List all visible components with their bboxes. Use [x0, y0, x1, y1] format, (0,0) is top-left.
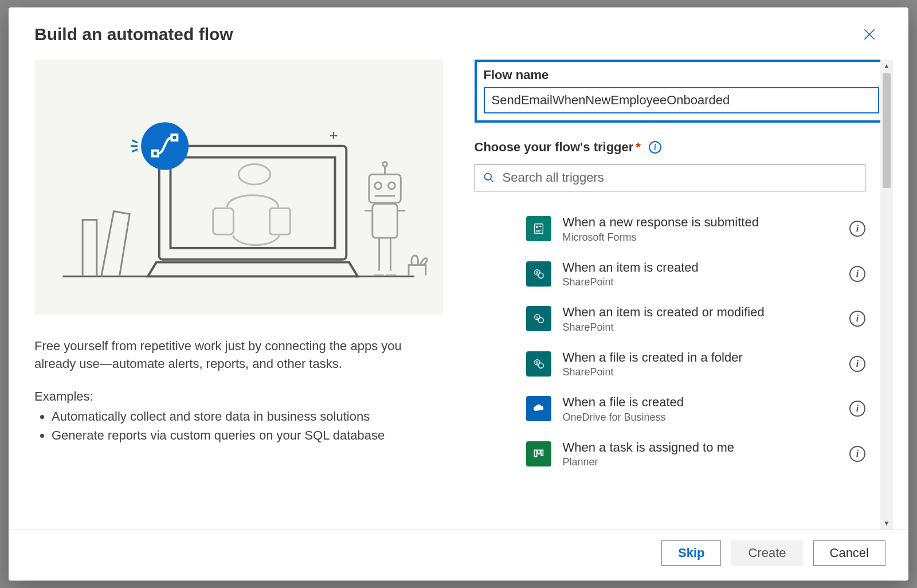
- trigger-info-icon[interactable]: i: [849, 221, 865, 237]
- trigger-subtitle: Microsoft Forms: [563, 232, 838, 244]
- svg-line-11: [132, 150, 138, 152]
- onedrive-icon: [526, 396, 551, 421]
- svg-rect-45: [541, 450, 543, 455]
- examples-label: Examples:: [34, 389, 443, 404]
- sharepoint-icon: S: [526, 306, 551, 331]
- info-icon[interactable]: i: [649, 141, 661, 154]
- svg-rect-6: [270, 209, 291, 235]
- sharepoint-icon: S: [526, 351, 551, 377]
- dialog-body: +: [9, 53, 908, 530]
- svg-point-15: [375, 182, 382, 189]
- trigger-label-row: Choose your flow's trigger* i: [475, 140, 895, 155]
- svg-text:+: +: [330, 127, 338, 143]
- trigger-title: When an item is created: [563, 260, 838, 276]
- left-panel: +: [34, 60, 443, 530]
- svg-rect-4: [171, 158, 335, 248]
- trigger-item-sp-created[interactable]: S When an item is created SharePoint i: [526, 253, 866, 298]
- trigger-text: When a new response is submitted Microso…: [563, 214, 838, 244]
- trigger-title: When a file is created: [563, 394, 838, 410]
- trigger-text: When a file is created in a folder Share…: [563, 350, 838, 379]
- svg-rect-43: [534, 450, 536, 457]
- svg-text:S: S: [535, 315, 538, 320]
- skip-button[interactable]: Skip: [661, 540, 721, 566]
- svg-point-27: [484, 174, 491, 181]
- svg-text:S: S: [535, 270, 538, 275]
- svg-rect-18: [373, 204, 398, 238]
- trigger-search-input[interactable]: [503, 170, 857, 185]
- svg-point-16: [389, 182, 395, 189]
- svg-rect-14: [369, 174, 401, 202]
- dialog-header: Build an automated flow: [9, 7, 908, 53]
- trigger-title: When a task is assigned to me: [563, 440, 838, 456]
- trigger-item-onedrive[interactable]: When a file is created OneDrive for Busi…: [526, 387, 866, 433]
- cancel-button[interactable]: Cancel: [813, 540, 885, 566]
- flow-name-input[interactable]: [484, 87, 880, 113]
- scrollbar[interactable]: ▲ ▼: [880, 60, 893, 530]
- right-panel: Flow name Choose your flow's trigger* i: [475, 60, 895, 530]
- forms-icon: [526, 216, 551, 241]
- example-item: Generate reports via custom queries on y…: [52, 426, 443, 445]
- trigger-subtitle: OneDrive for Business: [563, 411, 838, 424]
- svg-point-38: [538, 317, 543, 323]
- search-icon: [483, 172, 495, 183]
- trigger-info-icon[interactable]: i: [849, 446, 865, 462]
- trigger-subtitle: SharePoint: [563, 322, 838, 334]
- trigger-info-icon[interactable]: i: [849, 401, 865, 417]
- svg-point-35: [538, 273, 543, 278]
- svg-rect-44: [538, 450, 540, 454]
- trigger-title: When a file is created in a folder: [563, 350, 838, 366]
- close-icon: [862, 27, 877, 42]
- trigger-search[interactable]: [475, 164, 866, 191]
- dialog-title: Build an automated flow: [34, 25, 233, 44]
- trigger-item-sp-file-folder[interactable]: S When a file is created in a folder Sha…: [526, 343, 866, 388]
- description-text: Free yourself from repetitive work just …: [34, 338, 443, 373]
- svg-line-10: [132, 140, 138, 143]
- trigger-info-icon[interactable]: i: [849, 266, 865, 282]
- trigger-list: When a new response is submitted Microso…: [475, 207, 895, 530]
- trigger-text: When a task is assigned to me Planner: [563, 440, 838, 469]
- examples-list: Automatically collect and store data in …: [34, 407, 443, 446]
- trigger-item-planner[interactable]: When a task is assigned to me Planner i: [526, 433, 866, 478]
- svg-rect-5: [213, 209, 234, 235]
- trigger-item-forms[interactable]: When a new response is submitted Microso…: [526, 207, 866, 253]
- svg-rect-30: [536, 226, 538, 229]
- dialog-footer: Skip Create Cancel: [9, 530, 908, 581]
- scroll-up-arrow[interactable]: ▲: [880, 60, 893, 72]
- flow-name-label: Flow name: [484, 68, 880, 83]
- trigger-text: When an item is created SharePoint: [563, 260, 838, 289]
- trigger-title: When an item is created or modified: [563, 304, 838, 320]
- example-item: Automatically collect and store data in …: [52, 407, 443, 426]
- illustration: +: [34, 60, 443, 315]
- svg-line-28: [490, 179, 493, 182]
- trigger-title: When a new response is submitted: [563, 214, 838, 230]
- trigger-subtitle: SharePoint: [563, 366, 838, 378]
- trigger-label: Choose your flow's trigger*: [475, 140, 641, 155]
- trigger-info-icon[interactable]: i: [849, 311, 865, 327]
- scroll-down-arrow[interactable]: ▼: [880, 517, 893, 530]
- trigger-text: When an item is created or modified Shar…: [563, 304, 838, 334]
- svg-rect-3: [159, 146, 347, 260]
- scroll-thumb[interactable]: [883, 73, 891, 188]
- trigger-subtitle: Planner: [563, 456, 838, 468]
- svg-point-41: [538, 363, 543, 368]
- flow-name-section: Flow name: [475, 60, 889, 123]
- svg-text:S: S: [535, 360, 538, 365]
- trigger-info-icon[interactable]: i: [849, 356, 865, 372]
- close-button[interactable]: [856, 25, 883, 47]
- planner-icon: [526, 441, 551, 467]
- trigger-item-sp-modified[interactable]: S When an item is created or modified Sh…: [526, 297, 866, 343]
- illustration-svg: +: [34, 60, 443, 315]
- sharepoint-icon: S: [526, 261, 551, 287]
- create-button[interactable]: Create: [731, 540, 802, 566]
- trigger-subtitle: SharePoint: [563, 276, 838, 288]
- trigger-text: When a file is created OneDrive for Busi…: [563, 394, 838, 424]
- automated-flow-dialog: Build an automated flow: [9, 7, 908, 581]
- svg-point-26: [383, 162, 387, 166]
